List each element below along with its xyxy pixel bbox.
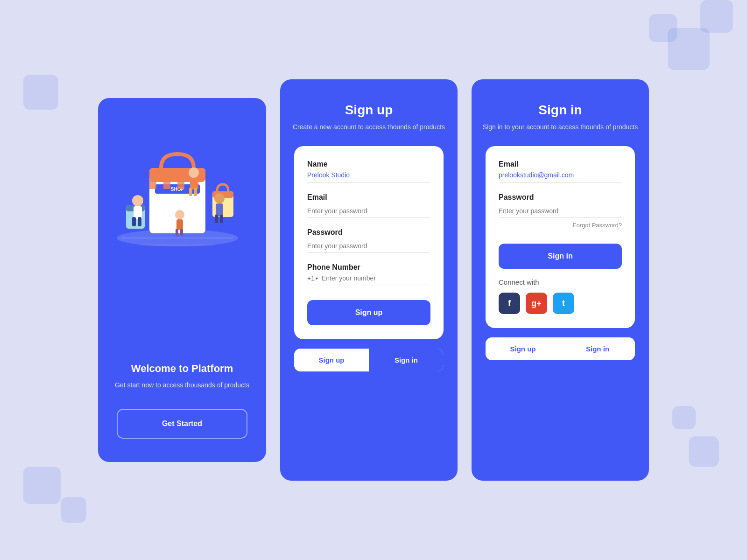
welcome-subtitle: Get start now to access thousands of pro…: [115, 380, 249, 390]
svg-point-13: [132, 195, 143, 206]
connect-label: Connect with: [499, 278, 622, 286]
signin-subtitle: Sign in to your account to access thound…: [483, 122, 638, 132]
svg-rect-24: [220, 215, 223, 223]
signup-submit-button[interactable]: Sign up: [307, 300, 430, 325]
signin-password-input[interactable]: [499, 204, 622, 218]
welcome-button-wrapper: Get Started: [117, 409, 247, 439]
signin-email-value: prelookstudio@gmail.com: [499, 171, 622, 179]
signup-title: Sign up: [293, 103, 445, 118]
signin-footer-tabs: Sign up Sign in: [486, 337, 635, 360]
welcome-text-area: Welcome to Platform Get start now to acc…: [106, 363, 259, 390]
signin-password-field: Password Forgot Password?: [499, 193, 622, 229]
svg-rect-15: [132, 217, 136, 226]
svg-point-21: [214, 193, 225, 203]
svg-rect-6: [163, 180, 170, 189]
connect-section: Connect with f g+ t: [499, 278, 622, 314]
signin-email-field: Email prelookstudio@gmail.com: [499, 160, 622, 183]
signup-tab-signin[interactable]: Sign in: [369, 349, 444, 371]
signup-phone-field: Phone Number +1 ▾: [307, 263, 430, 285]
get-started-button[interactable]: Get Started: [120, 412, 244, 435]
signup-header: Sign up Create a new account to access t…: [283, 103, 454, 132]
bg-decoration-7: [23, 75, 58, 110]
google-plus-icon[interactable]: g+: [526, 293, 547, 314]
social-icons: f g+ t: [499, 293, 622, 314]
signup-password-input[interactable]: [307, 239, 430, 253]
name-field: Name Prelook Studio: [307, 160, 430, 183]
signin-title: Sign in: [483, 103, 638, 118]
svg-rect-5: [149, 180, 156, 189]
signup-email-label: Email: [307, 193, 430, 202]
svg-rect-20: [194, 188, 197, 196]
bg-decoration-3: [700, 0, 733, 33]
signin-tab-signin[interactable]: Sign in: [560, 337, 635, 360]
name-value: Prelook Studio: [307, 171, 430, 179]
signin-form-card: Email prelookstudio@gmail.com Password F…: [486, 146, 635, 328]
welcome-title: Welcome to Platform: [115, 363, 249, 375]
signin-submit-button[interactable]: Sign in: [499, 244, 622, 269]
svg-rect-28: [180, 229, 183, 236]
svg-rect-26: [176, 219, 183, 230]
welcome-panel: SHOP: [98, 98, 266, 462]
name-label: Name: [307, 160, 430, 168]
signup-footer-tabs: Sign up Sign in: [294, 349, 444, 371]
signup-form-card: Name Prelook Studio Email Password Phone…: [294, 146, 444, 339]
signup-subtitle: Create a new account to access thounds o…: [293, 122, 445, 132]
forgot-password-link[interactable]: Forgot Password?: [499, 222, 622, 229]
signin-password-label: Password: [499, 193, 622, 202]
phone-prefix[interactable]: +1 ▾: [307, 274, 318, 282]
svg-rect-19: [189, 188, 192, 196]
signup-phone-input[interactable]: [322, 274, 430, 282]
signin-panel: Sign in Sign in to your account to acces…: [472, 79, 649, 481]
facebook-icon[interactable]: f: [499, 293, 520, 314]
bg-decoration-5: [61, 497, 86, 523]
signup-email-field: Email: [307, 193, 430, 218]
signup-tab-signup[interactable]: Sign up: [294, 349, 369, 371]
signup-password-field: Password: [307, 228, 430, 253]
phone-prefix-chevron: ▾: [316, 276, 318, 281]
svg-point-17: [189, 168, 199, 178]
svg-rect-27: [176, 229, 178, 236]
panels-container: SHOP: [98, 79, 649, 481]
shop-illustration: SHOP: [112, 126, 252, 266]
svg-point-25: [175, 210, 184, 219]
signin-header: Sign in Sign in to your account to acces…: [473, 103, 647, 132]
signup-email-input[interactable]: [307, 204, 430, 218]
bg-decoration-8: [672, 406, 696, 429]
phone-row: +1 ▾: [307, 274, 430, 285]
bg-decoration-6: [689, 436, 719, 467]
signin-tab-signup[interactable]: Sign up: [486, 337, 560, 360]
svg-rect-16: [138, 217, 141, 226]
bg-decoration-2: [649, 14, 677, 42]
bg-decoration-4: [23, 467, 61, 504]
svg-rect-23: [215, 215, 218, 223]
svg-rect-22: [216, 203, 223, 217]
signin-email-label: Email: [499, 160, 622, 168]
twitter-icon[interactable]: t: [553, 293, 574, 314]
signup-phone-label: Phone Number: [307, 263, 430, 272]
signup-password-label: Password: [307, 228, 430, 237]
svg-rect-7: [177, 180, 184, 189]
signup-panel: Sign up Create a new account to access t…: [280, 79, 458, 481]
